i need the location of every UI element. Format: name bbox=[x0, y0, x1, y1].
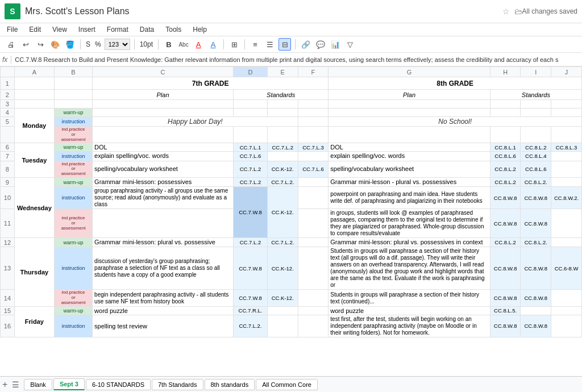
mon-ind-i bbox=[521, 127, 551, 143]
wed-instr-tag: instruction bbox=[54, 187, 92, 209]
thu-instr-f bbox=[298, 247, 329, 290]
fri-instr-tag: instruction bbox=[54, 315, 92, 337]
fri-instr-e bbox=[267, 315, 298, 337]
wed-warmup-tag: warm-up bbox=[54, 177, 92, 186]
col-I[interactable]: I bbox=[521, 67, 551, 77]
r3-B bbox=[54, 100, 92, 109]
col-F[interactable]: F bbox=[298, 67, 329, 77]
wed-ind-h: CC.8.W.8 bbox=[490, 209, 521, 238]
row-1: 1 7th GRADE 8th GRADE bbox=[1, 77, 582, 90]
insert-link-btn[interactable]: 🔗 bbox=[300, 38, 312, 51]
align-center-btn[interactable]: ☰ bbox=[264, 38, 276, 51]
wednesday-label: Wednesday bbox=[14, 177, 54, 237]
row-10: 10 instruction group paraphrasing activi… bbox=[1, 187, 582, 209]
tab-6-10[interactable]: 6-10 STANDARDS bbox=[86, 379, 151, 390]
row-4: 4 Monday warm-up bbox=[1, 109, 582, 117]
menu-data[interactable]: Data bbox=[138, 24, 156, 35]
tab-8th[interactable]: 8th standards bbox=[205, 379, 255, 390]
tab-sept3[interactable]: Sept 3 bbox=[53, 378, 85, 390]
row-num-12: 12 bbox=[1, 238, 15, 247]
r3-F bbox=[298, 100, 329, 109]
row-2: 2 Plan Standards Plan Standards bbox=[1, 90, 582, 100]
sheet-list-btn[interactable]: ☰ bbox=[12, 380, 19, 389]
wed-warmup-h: CC.8.L.2 bbox=[490, 177, 521, 186]
r3-E bbox=[267, 100, 298, 109]
mon-holiday7: Happy Labor Day! bbox=[93, 117, 298, 127]
col-A[interactable]: A bbox=[14, 67, 54, 77]
thu-instr-e: CC.K-12. bbox=[267, 247, 298, 290]
add-sheet-btn[interactable]: + bbox=[2, 380, 7, 390]
col-H[interactable]: H bbox=[490, 67, 521, 77]
tue-warmup-d: CC.7.L.1 bbox=[234, 143, 268, 152]
wed-warmup-g: Grammar mini-lesson - plural vs. possess… bbox=[329, 177, 490, 186]
mon-warmup-h bbox=[490, 109, 521, 117]
tab-7th[interactable]: 7th Standards bbox=[152, 379, 203, 390]
document-title[interactable]: Mrs. Scott's Lesson Plans bbox=[25, 6, 498, 16]
font-color-btn[interactable]: A bbox=[192, 38, 205, 51]
menu-tools[interactable]: Tools bbox=[163, 24, 184, 35]
col-B[interactable]: B bbox=[54, 67, 92, 77]
formula-bar: fx CC.7.W.8 Research to Build and Presen… bbox=[0, 53, 582, 66]
mon-ind-tag: ind.practiceorassessment bbox=[54, 127, 92, 143]
undo-btn[interactable]: ↩ bbox=[19, 38, 32, 51]
bold-btn[interactable]: B bbox=[163, 38, 175, 51]
row-num-7: 7 bbox=[1, 152, 15, 161]
col-E[interactable]: E bbox=[267, 67, 298, 77]
filter-btn[interactable]: ▽ bbox=[344, 38, 356, 51]
comment-btn[interactable]: 💬 bbox=[314, 38, 327, 51]
fri-instr-h: CC.8.W.8 bbox=[490, 315, 521, 337]
row-num-4: 4 bbox=[1, 109, 15, 117]
thu-ind-e: CC.K-12. bbox=[267, 290, 298, 306]
folder-icon[interactable]: 🗁 bbox=[514, 7, 522, 16]
col-G[interactable]: G bbox=[329, 67, 490, 77]
fri-instr-j bbox=[551, 315, 582, 337]
paint-format-btn[interactable]: 🎨 bbox=[49, 38, 61, 51]
row-15: 15 Friday warm-up word puzzle CC.7.R.L. … bbox=[1, 306, 582, 315]
zoom-select[interactable]: 123 bbox=[105, 39, 130, 50]
mon-holiday-f bbox=[298, 117, 329, 127]
thu-ind-h: CC.8.W.8 bbox=[490, 290, 521, 306]
menu-file[interactable]: File bbox=[5, 24, 20, 35]
thu-warmup-j bbox=[551, 238, 582, 247]
wed-ind-j bbox=[551, 209, 582, 238]
paint-bucket-btn[interactable]: 🪣 bbox=[64, 38, 76, 51]
thu-warmup-c: Grammar mini-lesson: plural vs. possessi… bbox=[93, 238, 234, 247]
row-8: 8 ind.practiceorassessment spelling/voca… bbox=[1, 161, 582, 177]
tue-ind-tag: ind.practiceorassessment bbox=[54, 161, 92, 177]
menu-insert[interactable]: Insert bbox=[76, 24, 98, 35]
menu-edit[interactable]: Edit bbox=[27, 24, 43, 35]
borders-btn[interactable]: ⊞ bbox=[228, 38, 240, 51]
mon-ind-j bbox=[551, 127, 582, 143]
col-C[interactable]: C bbox=[93, 67, 234, 77]
col-D[interactable]: D bbox=[234, 67, 268, 77]
mon-ind-d bbox=[234, 127, 268, 143]
mon-ind-g bbox=[329, 127, 490, 143]
col-J[interactable]: J bbox=[551, 67, 582, 77]
fill-color-btn[interactable]: A bbox=[207, 38, 219, 51]
thu-ind-i: CC.8.W.8 bbox=[521, 290, 551, 306]
sep2 bbox=[134, 39, 135, 49]
tue-instr-j bbox=[551, 152, 582, 161]
row-16: 16 instruction spelling test review CC.7… bbox=[1, 315, 582, 337]
wed-instr-c: group paraphrasing activity - all groups… bbox=[93, 187, 234, 209]
chart-btn[interactable]: 📊 bbox=[329, 38, 342, 51]
plan8-label: Plan bbox=[329, 90, 490, 100]
star-icon[interactable]: ☆ bbox=[502, 7, 510, 16]
row-num-6: 6 bbox=[1, 143, 15, 152]
tue-warmup-h: CC.8.L.1 bbox=[490, 143, 521, 152]
redo-btn[interactable]: ↪ bbox=[34, 38, 47, 51]
wrap-btn[interactable]: ⊟ bbox=[278, 38, 291, 51]
sep5 bbox=[244, 39, 245, 49]
align-left-btn[interactable]: ≡ bbox=[249, 38, 261, 51]
tab-blank[interactable]: Blank bbox=[24, 379, 52, 390]
menu-view[interactable]: View bbox=[50, 24, 69, 35]
tue-warmup-e: CC.7.L.2 bbox=[267, 143, 298, 152]
print-btn[interactable]: 🖨 bbox=[5, 38, 17, 51]
abc-btn[interactable]: Abc bbox=[177, 38, 190, 51]
formula-content: CC.7.W.8 Research to Build and Present K… bbox=[15, 56, 580, 63]
wed-warmup-f bbox=[298, 177, 329, 186]
menu-format[interactable]: Format bbox=[105, 24, 131, 35]
tab-common-core[interactable]: All Common Core bbox=[256, 379, 318, 390]
menu-help[interactable]: Help bbox=[190, 24, 209, 35]
wed-instr-g: powerpoint on paraphrasing and main idea… bbox=[329, 187, 490, 209]
